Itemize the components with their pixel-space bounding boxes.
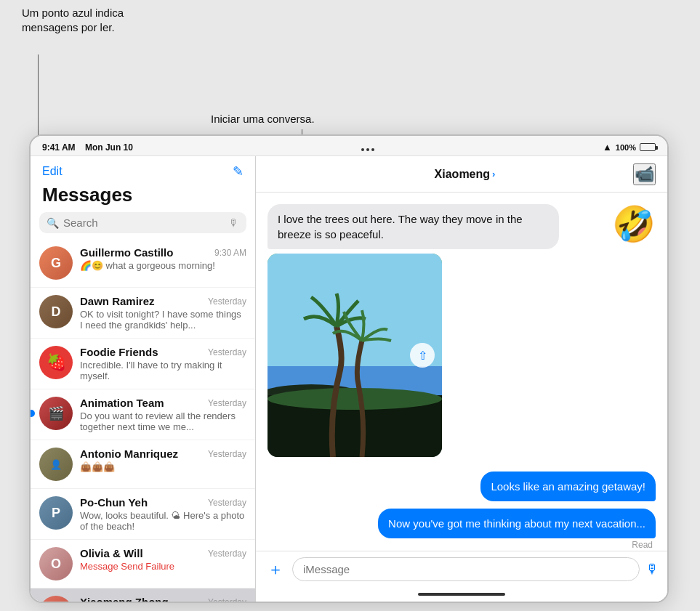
- avatar-guillermo: G: [39, 246, 73, 280]
- convo-info-xiaomeng: Xiaomeng Zhong Yesterday Now you've got …: [80, 596, 246, 602]
- convo-info-foodie: Foodie Friends Yesterday Incredible. I'l…: [80, 346, 246, 381]
- convo-info-pochun: Po-Chun Yeh Yesterday Wow, looks beautif…: [80, 496, 246, 532]
- message-group-1: I love the trees out here. The way they …: [267, 204, 656, 457]
- convo-time-xiaomeng: Yesterday: [208, 597, 246, 602]
- convo-name-pochun: Po-Chun Yeh: [80, 496, 148, 509]
- convo-preview-pochun: Wow, looks beautiful. 🌤 Here's a photo o…: [80, 510, 246, 532]
- battery-icon: [640, 143, 656, 151]
- convo-time-foodie: Yesterday: [208, 347, 246, 357]
- convo-preview-antonio: 👜👜👜: [80, 461, 246, 472]
- avatar-wrap-animation: 🎬: [39, 397, 73, 430]
- annotation-start-convo: Iniciar uma conversa.: [211, 113, 315, 125]
- sidebar-header: Edit ✎: [31, 156, 255, 184]
- compose-button[interactable]: ✎: [233, 163, 244, 179]
- avatar-dawn: D: [39, 295, 73, 328]
- convo-preview-animation: Do you want to review all the renders to…: [80, 410, 246, 432]
- emoji-reaction: 🤣: [612, 204, 656, 245]
- avatar-animation: 🎬: [39, 397, 73, 430]
- convo-name-row-olivia: Olivia & Will Yesterday: [80, 547, 246, 559]
- annotation-blue-dot-text: Um ponto azul indica mensagens por ler.: [22, 7, 124, 33]
- home-bar: [418, 593, 505, 596]
- svg-point-4: [267, 388, 442, 410]
- convo-time-animation: Yesterday: [208, 398, 246, 408]
- sidebar: Edit ✎ Messages 🔍 🎙 G Guillermo Casti: [31, 156, 256, 602]
- search-icon: 🔍: [47, 217, 59, 229]
- convo-info-antonio: Antonio Manriquez Yesterday 👜👜👜: [80, 448, 246, 472]
- convo-time-dawn: Yesterday: [208, 296, 246, 307]
- conversation-item-olivia[interactable]: O Olivia & Will Yesterday Message Send F…: [31, 540, 255, 588]
- avatar-wrap-olivia: O: [39, 547, 73, 580]
- conversation-item-pochun[interactable]: P Po-Chun Yeh Yesterday Wow, looks beaut…: [31, 489, 255, 540]
- conversation-item-dawn[interactable]: D Dawn Ramirez Yesterday OK to visit ton…: [31, 288, 255, 339]
- date-text: Mon Jun 10: [85, 142, 133, 153]
- photo-message: ⇧: [267, 254, 442, 457]
- status-right: ▲ 100%: [603, 142, 656, 153]
- message-group-3: Now you've got me thinking about my next…: [267, 509, 656, 550]
- annotation-blue-dot: Um ponto azul indica mensagens por ler.: [22, 6, 145, 34]
- convo-info-dawn: Dawn Ramirez Yesterday OK to visit tonig…: [80, 295, 246, 331]
- blue-dot-animation: [31, 410, 35, 417]
- mic-icon: 🎙: [229, 217, 239, 229]
- conversation-list: G Guillermo Castillo 9:30 AM 🌈😊 what a g…: [31, 239, 255, 602]
- read-status: Read: [632, 540, 653, 550]
- message-bubble-3: Now you've got me thinking about my next…: [378, 509, 656, 538]
- add-attachment-button[interactable]: ＋: [265, 559, 286, 580]
- convo-name-row-foodie: Foodie Friends Yesterday: [80, 346, 246, 358]
- avatar-xiaomeng: X: [39, 596, 73, 602]
- chat-input-area: ＋ 🎙: [256, 551, 667, 587]
- avatar-wrap-guillermo: G: [39, 246, 73, 280]
- edit-button[interactable]: Edit: [42, 165, 63, 178]
- convo-name-row-pochun: Po-Chun Yeh Yesterday: [80, 496, 246, 509]
- annotation-start-convo-text: Iniciar uma conversa.: [211, 113, 315, 125]
- conversation-item-foodie[interactable]: 🍓 Foodie Friends Yesterday Incredible. I…: [31, 339, 255, 389]
- convo-name-dawn: Dawn Ramirez: [80, 295, 155, 307]
- message-group-2: Looks like an amazing getaway!: [267, 472, 656, 501]
- convo-name-row-antonio: Antonio Manriquez Yesterday: [80, 448, 246, 460]
- chat-title[interactable]: Xiaomeng ›: [435, 168, 496, 181]
- chat-contact-name: Xiaomeng: [435, 168, 490, 181]
- convo-time-antonio: Yesterday: [208, 449, 246, 459]
- avatar-olivia: O: [39, 547, 73, 580]
- wifi-icon: ▲: [603, 142, 612, 153]
- battery-percent: 100%: [616, 143, 636, 152]
- avatar-wrap-foodie: 🍓: [39, 346, 73, 379]
- photo-placeholder: ⇧: [267, 254, 442, 457]
- convo-name-guillermo: Guillermo Castillo: [80, 246, 173, 259]
- video-call-button[interactable]: 📹: [633, 163, 656, 185]
- avatar-wrap-xiaomeng: X: [39, 596, 73, 602]
- chat-area: Xiaomeng › 📹 🤣 I love the trees out here…: [256, 156, 667, 602]
- time-text: 9:41 AM: [42, 142, 76, 153]
- conversation-item-guillermo[interactable]: G Guillermo Castillo 9:30 AM 🌈😊 what a g…: [31, 239, 255, 288]
- avatar-foodie: 🍓: [39, 346, 73, 379]
- convo-preview-dawn: OK to visit tonight? I have some things …: [80, 309, 246, 331]
- avatar-wrap-antonio: 👤: [39, 448, 73, 481]
- conversation-item-xiaomeng[interactable]: X Xiaomeng Zhong Yesterday Now you've go…: [31, 588, 255, 602]
- convo-name-row-guillermo: Guillermo Castillo 9:30 AM: [80, 246, 246, 259]
- convo-name-foodie: Foodie Friends: [80, 346, 158, 358]
- conversation-item-antonio[interactable]: 👤 Antonio Manriquez Yesterday 👜👜👜: [31, 440, 255, 489]
- avatar-pochun: P: [39, 496, 73, 530]
- chat-messages: 🤣 I love the trees out here. The way the…: [256, 193, 667, 551]
- photo-share-button[interactable]: ⇧: [410, 343, 435, 368]
- convo-name-row-dawn: Dawn Ramirez Yesterday: [80, 295, 246, 307]
- mic-button[interactable]: 🎙: [645, 562, 659, 577]
- status-bar: 9:41 AM Mon Jun 10 ▲ 100%: [31, 136, 667, 156]
- convo-name-xiaomeng: Xiaomeng Zhong: [80, 596, 169, 602]
- convo-name-row-animation: Animation Team Yesterday: [80, 397, 246, 409]
- status-dots: [361, 144, 374, 151]
- avatar-wrap-dawn: D: [39, 295, 73, 328]
- convo-name-olivia: Olivia & Will: [80, 547, 143, 559]
- convo-preview-guillermo: 🌈😊 what a gorgeous morning!: [80, 260, 246, 271]
- convo-preview-olivia: Message Send Failure: [80, 561, 246, 572]
- convo-preview-foodie: Incredible. I'll have to try making it m…: [80, 360, 246, 381]
- message-input[interactable]: [292, 557, 640, 581]
- search-input[interactable]: [63, 217, 229, 229]
- convo-time-olivia: Yesterday: [208, 549, 246, 559]
- status-time: 9:41 AM Mon Jun 10: [42, 142, 133, 153]
- conversation-item-animation[interactable]: 🎬 Animation Team Yesterday Do you want t…: [31, 389, 255, 440]
- dot2: [366, 148, 369, 151]
- main-content: Edit ✎ Messages 🔍 🎙 G Guillermo Casti: [31, 156, 667, 602]
- convo-info-olivia: Olivia & Will Yesterday Message Send Fai…: [80, 547, 246, 572]
- sidebar-title: Messages: [31, 184, 255, 212]
- convo-name-antonio: Antonio Manriquez: [80, 448, 178, 460]
